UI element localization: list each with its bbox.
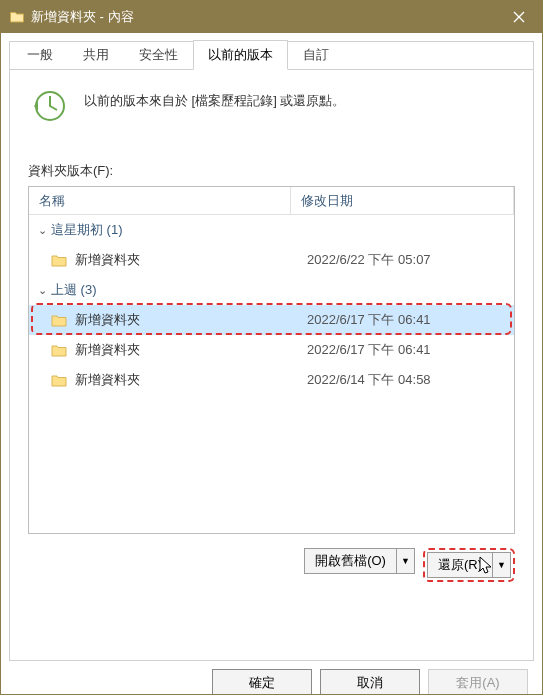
action-buttons: 開啟舊檔(O) ▼ 還原(R) ▼ [28, 548, 515, 582]
item-name: 新增資料夾 [75, 311, 307, 329]
list-header: 名稱 修改日期 [29, 187, 514, 215]
window-title: 新增資料夾 - 內容 [31, 8, 496, 26]
open-label: 開啟舊檔(O) [305, 549, 396, 573]
list-item-selected[interactable]: 新增資料夾 2022/6/17 下午 06:41 [29, 305, 514, 335]
group-row[interactable]: ⌄ 這星期初 (1) [29, 215, 514, 245]
apply-button[interactable]: 套用(A) [428, 669, 528, 695]
col-date[interactable]: 修改日期 [291, 187, 514, 214]
group-label: 這星期初 (1) [51, 221, 123, 239]
tab-previous-versions[interactable]: 以前的版本 [193, 40, 288, 70]
versions-list[interactable]: 名稱 修改日期 ⌄ 這星期初 (1) 新增資料夾 2022/6/22 下午 05… [28, 186, 515, 534]
dropdown-icon[interactable]: ▼ [492, 553, 510, 577]
tab-custom[interactable]: 自訂 [288, 40, 344, 69]
chevron-down-icon: ⌄ [35, 284, 49, 297]
item-date: 2022/6/17 下午 06:41 [307, 311, 514, 329]
item-name: 新增資料夾 [75, 251, 307, 269]
item-date: 2022/6/17 下午 06:41 [307, 341, 514, 359]
tab-sharing[interactable]: 共用 [68, 40, 124, 69]
cancel-button[interactable]: 取消 [320, 669, 420, 695]
restore-label: 還原(R) [428, 553, 492, 577]
restore-button[interactable]: 還原(R) ▼ [427, 552, 511, 578]
chevron-down-icon: ⌄ [35, 224, 49, 237]
dropdown-icon[interactable]: ▼ [396, 549, 414, 573]
folder-icon [51, 343, 69, 357]
folder-icon [9, 9, 25, 25]
item-date: 2022/6/14 下午 04:58 [307, 371, 514, 389]
tab-strip: 一般 共用 安全性 以前的版本 自訂 [10, 42, 533, 70]
versions-label: 資料夾版本(F): [28, 162, 515, 180]
item-date: 2022/6/22 下午 05:07 [307, 251, 514, 269]
titlebar: 新增資料夾 - 內容 [1, 1, 542, 33]
tab-body: 以前的版本來自於 [檔案歷程記錄] 或還原點。 資料夾版本(F): 名稱 修改日… [10, 70, 533, 582]
folder-icon [51, 373, 69, 387]
group-row[interactable]: ⌄ 上週 (3) [29, 275, 514, 305]
item-name: 新增資料夾 [75, 341, 307, 359]
folder-icon [51, 313, 69, 327]
open-button[interactable]: 開啟舊檔(O) ▼ [304, 548, 415, 574]
restore-annotation: 還原(R) ▼ [423, 548, 515, 582]
ok-button[interactable]: 確定 [212, 669, 312, 695]
hint-text: 以前的版本來自於 [檔案歷程記錄] 或還原點。 [84, 86, 345, 110]
close-button[interactable] [496, 1, 542, 33]
folder-icon [51, 253, 69, 267]
history-icon [28, 86, 68, 126]
col-name[interactable]: 名稱 [29, 187, 291, 214]
tab-security[interactable]: 安全性 [124, 40, 193, 69]
dialog-frame: 一般 共用 安全性 以前的版本 自訂 以前的版本來自於 [檔案歷程記錄] 或還原… [9, 41, 534, 661]
tab-general[interactable]: 一般 [12, 40, 68, 69]
group-label: 上週 (3) [51, 281, 97, 299]
list-item[interactable]: 新增資料夾 2022/6/17 下午 06:41 [29, 335, 514, 365]
hint-row: 以前的版本來自於 [檔案歷程記錄] 或還原點。 [28, 86, 515, 126]
item-name: 新增資料夾 [75, 371, 307, 389]
list-item[interactable]: 新增資料夾 2022/6/22 下午 05:07 [29, 245, 514, 275]
list-item[interactable]: 新增資料夾 2022/6/14 下午 04:58 [29, 365, 514, 395]
